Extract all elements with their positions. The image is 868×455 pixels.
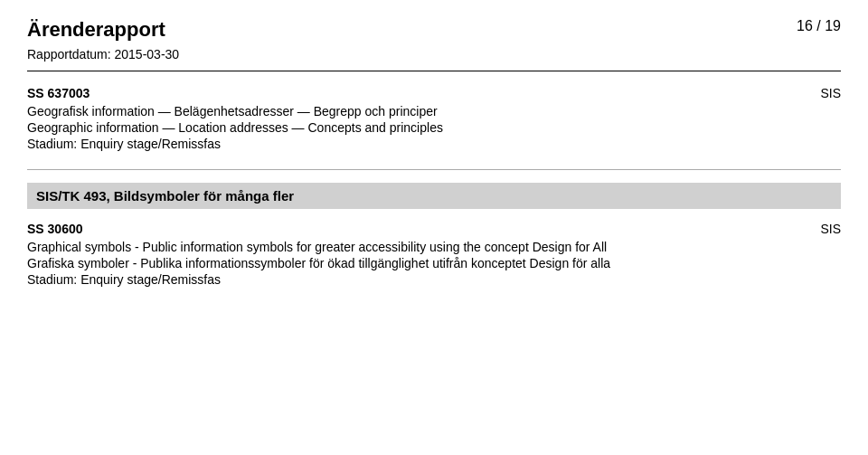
- entry-status-30600: Stadium: Enquiry stage/Remissfas: [27, 272, 841, 287]
- section-label-tk493: SIS/TK 493, Bildsymboler för många fler: [36, 188, 294, 204]
- entry-block-637003: SS 637003 SIS Geografisk information — B…: [27, 86, 841, 151]
- report-date: Rapportdatum: 2015-03-30: [27, 47, 841, 62]
- page-number: 16 / 19: [797, 18, 841, 34]
- entry-title-english-30600: Graphical symbols - Public information s…: [27, 240, 841, 254]
- entry-id-637003: SS 637003: [27, 86, 90, 100]
- status-label-30600: Stadium:: [27, 272, 77, 287]
- entry-status-637003: Stadium: Enquiry stage/Remissfas: [27, 137, 841, 151]
- entry-org-637003: SIS: [820, 86, 841, 100]
- report-date-label: Rapportdatum:: [27, 47, 111, 62]
- entry-title-english-637003: Geographic information — Location addres…: [27, 120, 841, 135]
- entry-title-swedish-637003: Geografisk information — Belägenhetsadre…: [27, 104, 841, 118]
- entry-header-30600: SS 30600 SIS: [27, 222, 841, 236]
- status-value-637003: Enquiry stage/Remissfas: [80, 137, 221, 151]
- entry-block-30600: SS 30600 SIS Graphical symbols - Public …: [27, 222, 841, 287]
- report-date-value: 2015-03-30: [115, 47, 180, 62]
- page-title: Ärenderapport: [27, 18, 165, 42]
- status-label-637003: Stadium:: [27, 137, 77, 151]
- entry-title-swedish-30600: Grafiska symboler - Publika informations…: [27, 256, 841, 270]
- section-divider: [27, 169, 841, 170]
- section-header-tk493: SIS/TK 493, Bildsymboler för många fler: [27, 183, 841, 209]
- entry-org-30600: SIS: [820, 222, 841, 236]
- page-header: Ärenderapport 16 / 19: [27, 18, 841, 42]
- status-value-30600: Enquiry stage/Remissfas: [80, 272, 221, 287]
- entry-header-637003: SS 637003 SIS: [27, 86, 841, 100]
- entry-id-30600: SS 30600: [27, 222, 83, 236]
- header-divider: [27, 71, 841, 71]
